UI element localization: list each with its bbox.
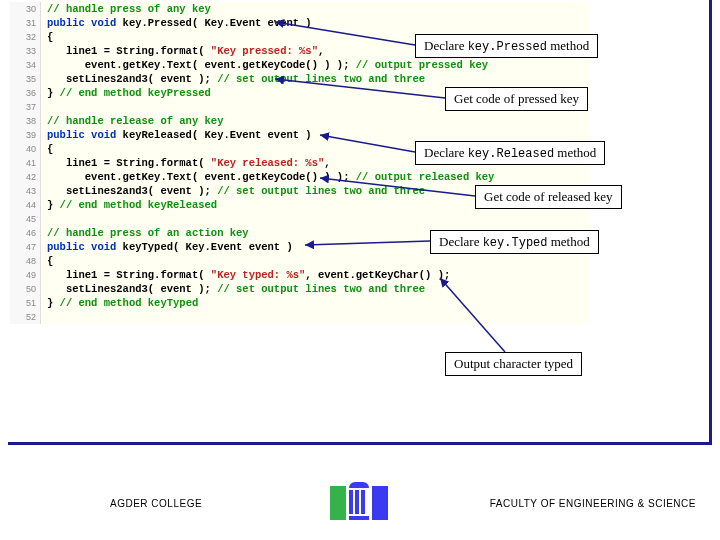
callout-output-char: Output character typed bbox=[445, 352, 582, 376]
code-line: 39public void keyReleased( Key.Event eve… bbox=[10, 128, 590, 142]
callout-declare-keypressed: Declare key.Pressed method bbox=[415, 34, 598, 58]
code-line: 52 bbox=[10, 310, 590, 324]
footer: AGDER COLLEGE FACULTY OF ENGINEERING & S… bbox=[0, 482, 720, 522]
callout-get-code-released: Get code of released key bbox=[475, 185, 622, 209]
code-line: 48{ bbox=[10, 254, 590, 268]
callout-declare-keytyped: Declare key.Typed method bbox=[430, 230, 599, 254]
code-line: 50 setLines2and3( event ); // set output… bbox=[10, 282, 590, 296]
callout-get-code-pressed: Get code of pressed key bbox=[445, 87, 588, 111]
code-line: 51} // end method keyTyped bbox=[10, 296, 590, 310]
code-line: 38// handle release of any key bbox=[10, 114, 590, 128]
code-line: 45 bbox=[10, 212, 590, 226]
footer-right: FACULTY OF ENGINEERING & SCIENCE bbox=[490, 498, 696, 509]
code-line: 30// handle press of any key bbox=[10, 2, 590, 16]
footer-left: AGDER COLLEGE bbox=[110, 498, 202, 509]
code-line: 31public void key.Pressed( Key.Event eve… bbox=[10, 16, 590, 30]
callout-declare-keyreleased: Declare key.Released method bbox=[415, 141, 605, 165]
college-logo bbox=[330, 482, 388, 522]
code-line: 49 line1 = String.format( "Key typed: %s… bbox=[10, 268, 590, 282]
code-line: 42 event.getKey.Text( event.getKeyCode()… bbox=[10, 170, 590, 184]
code-line: 34 event.getKey.Text( event.getKeyCode()… bbox=[10, 58, 590, 72]
code-line: 35 setLines2and3( event ); // set output… bbox=[10, 72, 590, 86]
